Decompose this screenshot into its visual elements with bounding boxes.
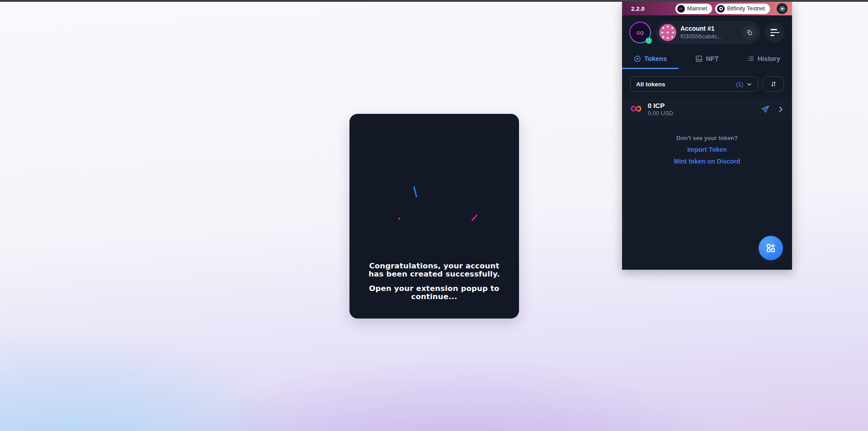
- token-actions: [761, 105, 784, 114]
- confetti-particle: [398, 218, 400, 220]
- category-add-icon: [765, 243, 776, 253]
- network-badge-label: Mainnet: [687, 5, 707, 12]
- congratulations-card: Congratulations, your account has been c…: [349, 114, 519, 319]
- account-row: ∞ Account #1 f030556cab4c...: [622, 15, 792, 49]
- token-filter-row: All tokens (1): [630, 76, 784, 92]
- confetti-particle: [413, 186, 417, 197]
- network-badge-mainnet[interactable]: ∞ Mainnet: [675, 4, 712, 14]
- ring-icon: [717, 5, 725, 13]
- wallet-logo-icon: ∞: [629, 22, 651, 43]
- import-token-link[interactable]: Import Token: [687, 146, 727, 153]
- congrats-line-1: Congratulations, your account has been c…: [365, 262, 504, 278]
- tab-nft[interactable]: NFT: [679, 49, 735, 69]
- tab-history[interactable]: History: [736, 49, 792, 69]
- menu-button[interactable]: [765, 23, 785, 42]
- tab-bar: Tokens NFT History: [622, 49, 792, 69]
- network-badges: ∞ Mainnet Bitfinity Testnet: [675, 3, 788, 14]
- sort-tokens-button[interactable]: [763, 76, 784, 92]
- browser-top-edge: [0, 0, 868, 2]
- congrats-line-2: Open your extension popup to continue...: [365, 285, 504, 300]
- theme-toggle-button[interactable]: [777, 3, 788, 14]
- network-badge-bitfinity-testnet[interactable]: Bitfinity Testnet: [715, 4, 770, 14]
- tab-label: Tokens: [644, 55, 667, 62]
- send-paper-plane-icon: [761, 105, 770, 114]
- congratulations-message: Congratulations, your account has been c…: [349, 262, 519, 300]
- target-icon: [634, 55, 641, 62]
- token-filter-dropdown[interactable]: All tokens (1): [630, 76, 758, 92]
- tab-label: History: [758, 55, 780, 62]
- popup-header: 2.2.0 ∞ Mainnet Bitfinity Testnet: [622, 2, 792, 15]
- network-badge-label: Bitfinity Testnet: [727, 5, 765, 12]
- token-detail-chevron[interactable]: [778, 106, 784, 112]
- account-name: Account #1: [680, 25, 722, 33]
- infinity-icon: ∞: [677, 5, 685, 13]
- chevron-down-icon: [746, 81, 752, 87]
- sort-arrows-icon: [770, 81, 777, 87]
- missing-token-section: Don't see your token? Import Token Mint …: [622, 135, 792, 165]
- icp-infinity-icon: ∞: [630, 102, 642, 115]
- token-count: (1): [736, 81, 743, 88]
- token-meta: 0 ICP 0.00 USD: [648, 101, 673, 117]
- account-address: f030556cab4c...: [680, 33, 722, 40]
- token-row-icp[interactable]: ∞ 0 ICP 0.00 USD: [622, 98, 792, 121]
- online-status-dot: [646, 37, 652, 44]
- wallet-extension-popup: 2.2.0 ∞ Mainnet Bitfinity Testnet: [622, 2, 792, 270]
- tab-tokens[interactable]: Tokens: [622, 49, 679, 69]
- send-token-button[interactable]: [761, 105, 770, 114]
- mint-token-discord-link[interactable]: Mint token on Discord: [674, 158, 741, 165]
- list-icon: [747, 55, 755, 62]
- copy-address-button[interactable]: [742, 25, 757, 40]
- add-apps-fab-button[interactable]: [759, 236, 783, 260]
- token-fiat-value: 0.00 USD: [648, 110, 673, 117]
- token-amount: 0 ICP: [648, 101, 673, 110]
- copy-icon: [746, 29, 753, 36]
- confetti-particle: [471, 214, 477, 221]
- account-selector[interactable]: Account #1 f030556cab4c...: [656, 21, 760, 44]
- sun-icon: [779, 6, 785, 12]
- account-identicon-avatar: [659, 24, 676, 41]
- tab-label: NFT: [706, 55, 718, 62]
- missing-token-prompt: Don't see your token?: [676, 135, 738, 141]
- image-icon: [695, 55, 703, 62]
- token-filter-label: All tokens: [636, 81, 665, 88]
- chevron-right-icon: [778, 106, 784, 112]
- version-label: 2.2.0: [631, 5, 645, 12]
- menu-icon: [770, 29, 777, 30]
- account-meta: Account #1 f030556cab4c...: [680, 25, 722, 40]
